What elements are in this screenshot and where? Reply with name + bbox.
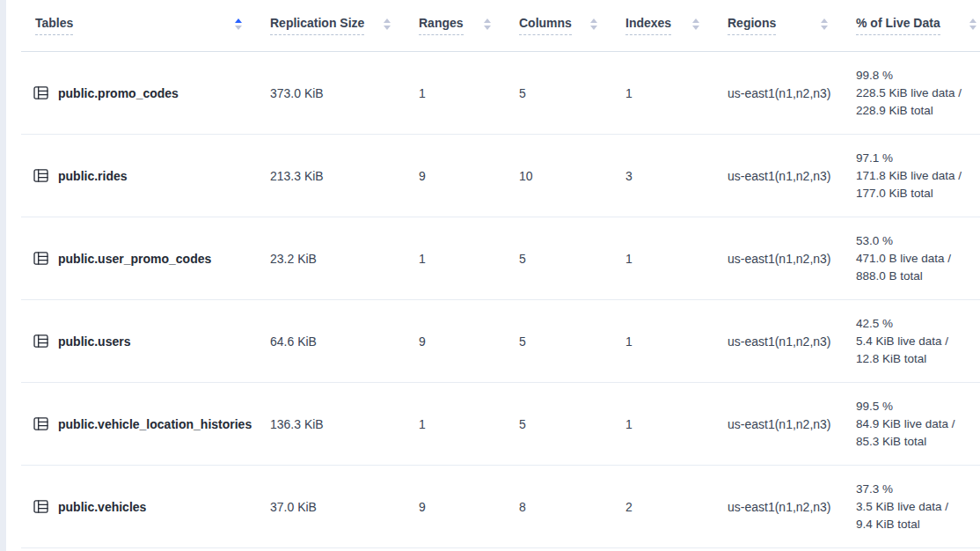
column-header-columns[interactable]: Columns	[505, 0, 611, 51]
tables-list-table: Tables Replication Size Ranges Columns I…	[21, 0, 980, 548]
cell-replication-size: 136.3 KiB	[256, 383, 405, 465]
total-data-line: 888.0 B total	[856, 268, 923, 285]
cell-table-name: public.users	[21, 300, 256, 382]
column-header-label: % of Live Data	[856, 16, 940, 35]
table-name-link[interactable]: public.vehicles	[58, 500, 146, 514]
total-data-line: 177.0 KiB total	[856, 185, 933, 202]
cell-indexes: 1	[611, 383, 713, 465]
total-data-line: 85.3 KiB total	[856, 433, 926, 451]
sort-icon[interactable]	[590, 18, 597, 30]
total-data-line: 9.4 KiB total	[856, 516, 920, 533]
live-data-line: 3.5 KiB live data /	[856, 498, 948, 516]
cell-live-data: 99.8 % 228.5 KiB live data / 228.9 KiB t…	[842, 52, 980, 134]
live-data-line: 5.4 KiB live data /	[856, 333, 948, 350]
column-header-regions[interactable]: Regions	[713, 0, 842, 51]
column-header-indexes[interactable]: Indexes	[611, 0, 713, 51]
cell-table-name: public.user_promo_codes	[21, 217, 256, 299]
cell-indexes: 3	[611, 135, 713, 217]
cell-live-data: 37.3 % 3.5 KiB live data / 9.4 KiB total	[842, 466, 980, 547]
column-header-label: Tables	[35, 16, 73, 35]
table-row[interactable]: public.user_promo_codes 23.2 KiB 1 5 1 u…	[21, 217, 980, 300]
cell-replication-size: 64.6 KiB	[256, 300, 405, 382]
table-name-link[interactable]: public.vehicle_location_histories	[58, 417, 252, 431]
sort-icon[interactable]	[969, 18, 976, 30]
cell-regions: us-east1(n1,n2,n3)	[713, 383, 842, 465]
cell-regions: us-east1(n1,n2,n3)	[713, 300, 842, 382]
cell-columns: 8	[505, 466, 611, 547]
total-data-line: 228.9 KiB total	[856, 102, 933, 120]
table-row[interactable]: public.users 64.6 KiB 9 5 1 us-east1(n1,…	[21, 300, 980, 383]
cell-live-data: 99.5 % 84.9 KiB live data / 85.3 KiB tot…	[842, 383, 980, 465]
cell-columns: 5	[505, 52, 611, 134]
cell-indexes: 1	[611, 217, 713, 299]
cell-ranges: 1	[405, 217, 505, 299]
live-data-line: 84.9 KiB live data /	[856, 415, 955, 433]
cell-indexes: 1	[611, 52, 713, 134]
live-data-line: 471.0 B live data /	[856, 250, 951, 268]
table-icon	[33, 252, 48, 265]
table-icon	[33, 334, 48, 348]
cell-live-data: 97.1 % 171.8 KiB live data / 177.0 KiB t…	[842, 135, 980, 217]
sort-icon[interactable]	[484, 18, 491, 30]
column-header-ranges[interactable]: Ranges	[405, 0, 505, 51]
cell-columns: 5	[505, 300, 611, 382]
live-percent: 97.1 %	[856, 150, 893, 167]
page-left-edge	[0, 0, 6, 551]
cell-regions: us-east1(n1,n2,n3)	[713, 52, 842, 134]
cell-ranges: 1	[405, 52, 505, 134]
cell-indexes: 1	[611, 300, 713, 382]
column-header-label: Columns	[519, 16, 572, 35]
column-header-label: Ranges	[419, 16, 464, 35]
table-name-link[interactable]: public.promo_codes	[58, 86, 179, 100]
cell-indexes: 2	[611, 466, 713, 547]
cell-columns: 5	[505, 383, 611, 465]
cell-live-data: 53.0 % 471.0 B live data / 888.0 B total	[842, 217, 980, 299]
cell-table-name: public.vehicles	[21, 466, 256, 547]
live-percent: 99.5 %	[856, 398, 893, 415]
column-header-live-data[interactable]: % of Live Data	[842, 0, 980, 51]
table-header-row: Tables Replication Size Ranges Columns I…	[21, 0, 980, 52]
table-name-link[interactable]: public.user_promo_codes	[58, 252, 211, 266]
sort-asc-icon[interactable]	[235, 18, 242, 30]
cell-ranges: 9	[405, 466, 505, 547]
column-header-replication-size[interactable]: Replication Size	[256, 0, 405, 51]
cell-replication-size: 373.0 KiB	[256, 52, 405, 134]
cell-replication-size: 23.2 KiB	[256, 217, 405, 299]
cell-replication-size: 213.3 KiB	[256, 135, 405, 217]
cell-ranges: 9	[405, 300, 505, 382]
column-header-tables[interactable]: Tables	[21, 0, 256, 51]
tables-page: Tables Replication Size Ranges Columns I…	[0, 0, 980, 551]
table-name-link[interactable]: public.rides	[58, 169, 128, 183]
cell-table-name: public.rides	[21, 135, 256, 217]
sort-icon[interactable]	[384, 18, 391, 30]
column-header-label: Regions	[728, 16, 776, 35]
cell-ranges: 9	[405, 135, 505, 217]
cell-regions: us-east1(n1,n2,n3)	[713, 217, 842, 299]
live-data-line: 228.5 KiB live data /	[856, 84, 962, 102]
cell-replication-size: 37.0 KiB	[256, 466, 405, 547]
table-row[interactable]: public.rides 213.3 KiB 9 10 3 us-east1(n…	[21, 135, 980, 217]
table-icon	[33, 86, 48, 99]
cell-columns: 10	[505, 135, 611, 217]
total-data-line: 12.8 KiB total	[856, 350, 926, 368]
cell-table-name: public.promo_codes	[21, 52, 256, 134]
cell-ranges: 1	[405, 383, 505, 465]
cell-regions: us-east1(n1,n2,n3)	[713, 135, 842, 217]
table-name-link[interactable]: public.users	[58, 334, 130, 349]
cell-table-name: public.vehicle_location_histories	[21, 383, 256, 465]
cell-live-data: 42.5 % 5.4 KiB live data / 12.8 KiB tota…	[842, 300, 980, 382]
live-percent: 37.3 %	[856, 481, 893, 498]
sort-icon[interactable]	[821, 18, 828, 30]
table-row[interactable]: public.vehicle_location_histories 136.3 …	[21, 383, 980, 466]
live-percent: 99.8 %	[856, 67, 893, 84]
table-row[interactable]: public.vehicles 37.0 KiB 9 8 2 us-east1(…	[21, 466, 980, 548]
cell-columns: 5	[505, 217, 611, 299]
table-icon	[33, 169, 48, 182]
table-icon	[33, 417, 48, 430]
sort-icon[interactable]	[692, 18, 699, 30]
live-percent: 42.5 %	[856, 315, 893, 333]
column-header-label: Replication Size	[270, 16, 364, 35]
table-icon	[33, 500, 48, 513]
table-row[interactable]: public.promo_codes 373.0 KiB 1 5 1 us-ea…	[21, 52, 980, 135]
live-data-line: 171.8 KiB live data /	[856, 167, 962, 185]
